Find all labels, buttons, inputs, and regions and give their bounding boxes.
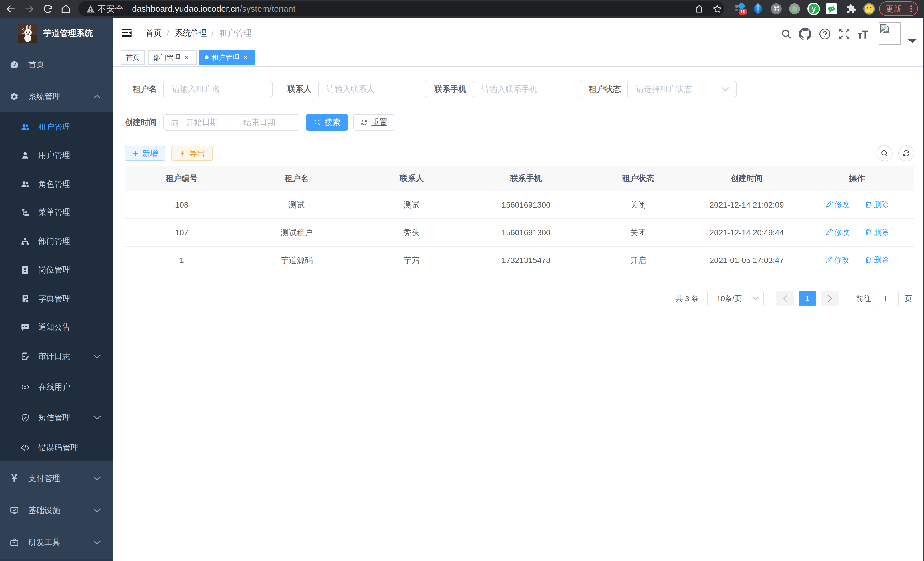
svg-text:¥: ¥	[11, 474, 17, 483]
svg-text:10: 10	[740, 9, 746, 14]
svg-text:y: y	[812, 5, 816, 13]
svg-text:⌘: ⌘	[773, 5, 780, 13]
